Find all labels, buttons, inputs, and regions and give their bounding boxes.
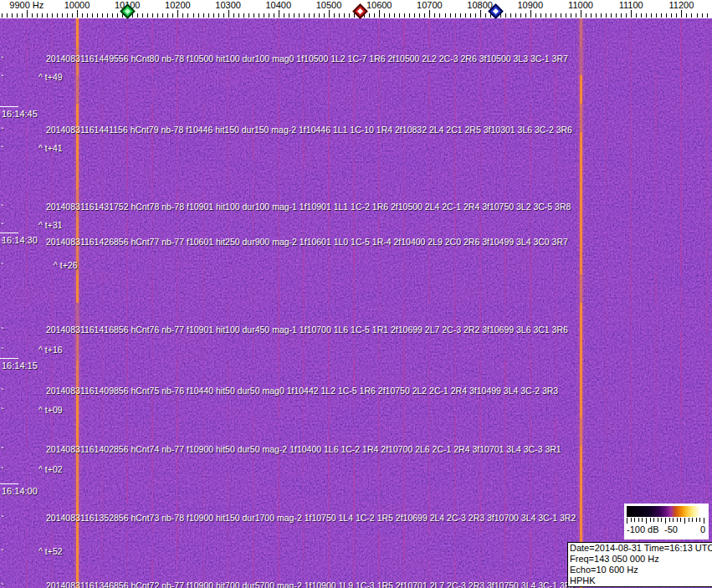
frequency-tick — [67, 13, 68, 18]
record-edge-mark: ` — [1, 261, 4, 271]
legend-tick — [661, 518, 662, 522]
record-edge-mark: ` — [1, 238, 4, 248]
frequency-tick — [344, 13, 345, 18]
record-edge-mark: ` — [1, 514, 4, 524]
record-edge-mark: ` — [1, 581, 4, 588]
frequency-axis-label: 10200 — [165, 0, 191, 10]
frequency-tick — [676, 13, 677, 18]
legend-tick — [669, 518, 670, 522]
frequency-tick — [299, 13, 300, 18]
frequency-tick — [394, 13, 395, 18]
frequency-axis-label: 9900 Hz — [9, 0, 44, 10]
frequency-tick — [379, 10, 380, 18]
frequency-tick — [671, 13, 672, 18]
frequency-tick — [319, 13, 320, 18]
echo-record-time-offset: ^ t+09 — [38, 405, 63, 415]
frequency-tick — [77, 10, 78, 18]
frequency-tick — [218, 13, 219, 18]
frequency-tick — [465, 13, 466, 18]
frequency-tick — [636, 13, 637, 18]
echo-record-text: 20140831161441156 hCnt79 nb-78 f10446 hi… — [46, 125, 572, 135]
frequency-tick — [681, 10, 682, 18]
legend-label-mid: -50 — [664, 524, 678, 534]
frequency-tick — [22, 13, 23, 18]
echo-record-text: 20140831161449556 hCnt80 nb-78 f10500 hi… — [46, 54, 568, 64]
frequency-axis: 9900 Hz100001010010200103001040010500106… — [0, 0, 712, 18]
frequency-tick — [142, 13, 143, 18]
blue-frequency-marker-center-dot — [493, 8, 499, 14]
frequency-tick — [157, 13, 158, 18]
frequency-tick — [182, 13, 183, 18]
frequency-axis-label: 10500 — [316, 0, 342, 10]
echo-record-time-offset: ^ t+52 — [38, 546, 63, 556]
frequency-tick — [470, 13, 471, 18]
legend-tick — [677, 518, 678, 522]
frequency-tick — [334, 13, 335, 18]
echo-record-text: 20140831161402856 hCnt74 nb-77 f10900 hi… — [46, 444, 561, 454]
frequency-tick — [228, 10, 229, 18]
frequency-tick — [505, 13, 506, 18]
frequency-tick — [399, 13, 400, 18]
frequency-tick — [92, 13, 93, 18]
frequency-tick — [571, 13, 571, 18]
record-edge-mark: ` — [1, 445, 4, 455]
echo-record-text: 20140831161416856 hCnt76 nb-77 f10901 hi… — [46, 325, 568, 335]
echo-record-time-offset: ^ t+49 — [38, 72, 63, 82]
info-callsign: HPHK — [570, 575, 712, 586]
time-label: 16:14:30 — [2, 235, 38, 245]
frequency-tick — [102, 13, 103, 18]
frequency-tick — [525, 13, 526, 18]
echo-record-time-offset: ^ t+02 — [38, 464, 63, 474]
echo-record-text: 20140831161431752 hCnt78 nb-78 f10901 hi… — [46, 202, 571, 212]
frequency-tick — [2, 13, 3, 18]
frequency-axis-label: 11000 — [568, 0, 593, 10]
frequency-tick — [374, 13, 375, 18]
frequency-axis-label: 11100 — [619, 0, 643, 10]
echo-record-time-offset: ^ t+26 — [54, 260, 78, 270]
legend-tick — [696, 518, 697, 522]
record-edge-mark: ` — [1, 325, 4, 335]
frequency-tick — [42, 13, 43, 18]
legend-tick — [642, 518, 643, 522]
record-edge-mark: ` — [1, 547, 4, 557]
record-edge-mark: ` — [1, 386, 4, 396]
frequency-tick — [177, 10, 178, 18]
frequency-tick — [52, 13, 53, 18]
legend-tick — [627, 518, 627, 524]
frequency-tick — [203, 13, 204, 18]
frequency-axis-label: 10700 — [417, 0, 443, 10]
frequency-tick — [162, 13, 163, 18]
frequency-tick — [520, 13, 521, 18]
frequency-tick — [429, 10, 430, 18]
frequency-tick — [7, 13, 8, 18]
frequency-tick — [651, 13, 652, 18]
amplitude-gradient-bar — [627, 506, 704, 517]
frequency-tick — [97, 13, 98, 18]
frequency-tick — [475, 13, 476, 18]
frequency-tick — [314, 13, 315, 18]
frequency-tick — [691, 13, 692, 18]
frequency-tick — [601, 13, 602, 18]
frequency-tick — [339, 13, 340, 18]
legend-tick — [646, 518, 647, 524]
amplitude-legend: -100 dB -50 0 — [624, 504, 709, 539]
info-frequency: Freq=143 050 000 Hz — [570, 554, 712, 565]
frequency-tick — [37, 13, 38, 18]
echo-record-time-offset: ^ t+41 — [38, 143, 63, 153]
spectrogram-canvas: 16:14:4516:14:3016:14:1516:14:0020140831… — [0, 18, 712, 588]
record-edge-mark: ` — [1, 73, 4, 83]
info-date-time: Date=2014-08-31 Time=16:13 UTC — [570, 543, 712, 554]
legend-tick — [684, 518, 685, 524]
frequency-tick — [510, 13, 511, 18]
frequency-tick — [329, 10, 330, 18]
time-label: 16:14:45 — [2, 109, 38, 119]
record-edge-mark: ` — [1, 345, 4, 355]
frequency-tick — [47, 13, 48, 18]
frequency-tick — [309, 13, 310, 18]
frequency-tick — [404, 13, 405, 18]
frequency-tick — [172, 13, 173, 18]
frequency-tick — [384, 13, 385, 18]
legend-tick — [692, 518, 693, 522]
record-edge-mark: ` — [1, 125, 4, 135]
legend-tick — [704, 518, 704, 524]
